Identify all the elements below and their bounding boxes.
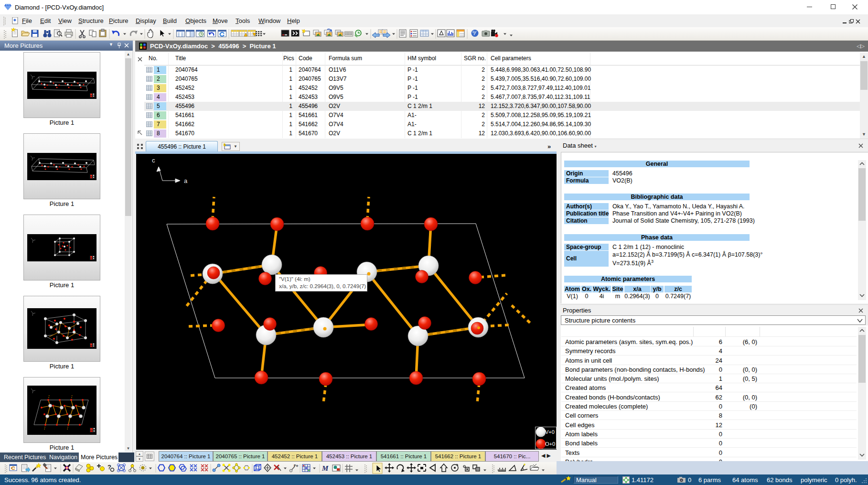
svg-text:Fe: Fe <box>294 463 299 468</box>
svg-text:M: M <box>321 464 329 472</box>
svg-text:O+0: O+0 <box>545 441 555 447</box>
svg-text:V+0: V+0 <box>545 429 555 435</box>
svg-text:a: a <box>184 177 188 184</box>
svg-text:c: c <box>152 157 155 164</box>
